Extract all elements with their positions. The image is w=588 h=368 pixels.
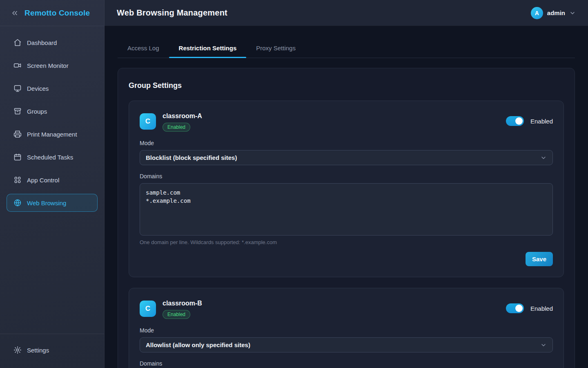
sidebar-item-label: Print Management xyxy=(27,131,77,138)
sidebar-nav: Dashboard Screen Monitor Devices Groups … xyxy=(0,26,104,334)
sidebar-item-print-management[interactable]: Print Management xyxy=(7,125,98,143)
tabbar: Access Log Restriction Settings Proxy Se… xyxy=(118,39,575,58)
page-title: Web Browsing Management xyxy=(117,8,227,18)
content: Access Log Restriction Settings Proxy Se… xyxy=(105,26,588,368)
domains-textarea[interactable]: sample.com *.example.com xyxy=(140,183,553,236)
mode-select[interactable]: Allowlist (allow only specified sites) xyxy=(140,337,553,352)
sidebar-item-label: Devices xyxy=(27,85,49,92)
chevron-down-icon xyxy=(569,10,576,16)
sidebar-item-screen-monitor[interactable]: Screen Monitor xyxy=(7,56,98,74)
sidebar-item-label: Scheduled Tasks xyxy=(27,154,73,161)
avatar: A xyxy=(531,7,543,19)
sidebar-item-app-control[interactable]: App Control xyxy=(7,171,98,189)
sidebar-item-web-browsing[interactable]: Web Browsing xyxy=(7,194,98,212)
sidebar-item-label: Groups xyxy=(27,108,47,115)
gear-icon xyxy=(13,346,22,354)
globe-icon xyxy=(13,199,22,207)
chevron-down-icon xyxy=(540,342,547,348)
user-menu[interactable]: A admin xyxy=(531,7,576,19)
mode-select-value: Blocklist (block specified sites) xyxy=(146,154,237,161)
tab-restriction-settings[interactable]: Restriction Settings xyxy=(169,39,247,58)
home-icon xyxy=(13,38,22,47)
toggle-label: Enabled xyxy=(530,305,553,312)
app-title: Remotto Console xyxy=(24,9,90,18)
sidebar-item-settings[interactable]: Settings xyxy=(7,341,98,359)
sidebar-item-label: Web Browsing xyxy=(27,200,66,206)
sidebar-item-label: Settings xyxy=(27,347,49,354)
toggle-knob xyxy=(515,117,523,125)
chevron-down-icon xyxy=(540,155,547,161)
sidebar-item-dashboard[interactable]: Dashboard xyxy=(7,34,98,52)
tab-access-log[interactable]: Access Log xyxy=(118,39,169,58)
sidebar-item-groups[interactable]: Groups xyxy=(7,102,98,120)
status-badge: Enabled xyxy=(163,310,190,319)
user-name: admin xyxy=(547,9,565,16)
mode-label: Mode xyxy=(140,327,553,334)
domains-hint: One domain per line. Wildcards supported… xyxy=(140,239,553,245)
sidebar: Remotto Console Dashboard Screen Monitor… xyxy=(0,0,105,368)
mode-select[interactable]: Blocklist (block specified sites) xyxy=(140,150,553,165)
archive-box-icon xyxy=(13,107,22,115)
enabled-toggle[interactable] xyxy=(506,116,524,126)
group-settings-panel: Group Settings C classroom-A Enabled Ena… xyxy=(118,68,575,368)
group-card-classroom-a: C classroom-A Enabled Enabled Mode Block… xyxy=(129,101,564,277)
tab-proxy-settings[interactable]: Proxy Settings xyxy=(246,39,305,58)
sidebar-header: Remotto Console xyxy=(0,0,104,26)
group-avatar: C xyxy=(140,113,156,130)
sidebar-item-label: Screen Monitor xyxy=(27,62,69,69)
sidebar-item-scheduled-tasks[interactable]: Scheduled Tasks xyxy=(7,148,98,166)
sidebar-item-label: Dashboard xyxy=(27,39,57,46)
group-name: classroom-B xyxy=(163,300,202,307)
calendar-icon xyxy=(13,153,22,161)
main-area: Web Browsing Management A admin Access L… xyxy=(105,0,588,368)
collapse-sidebar-icon[interactable] xyxy=(11,9,19,17)
domains-label: Domains xyxy=(140,173,553,180)
panel-title: Group Settings xyxy=(129,81,564,90)
grid-icon xyxy=(13,176,22,184)
domains-label: Domains xyxy=(140,360,553,367)
group-card-classroom-b: C classroom-B Enabled Enabled Mode Allow… xyxy=(129,288,564,368)
sidebar-footer: Settings xyxy=(0,334,104,368)
printer-icon xyxy=(13,130,22,138)
group-avatar: C xyxy=(140,301,156,317)
mode-label: Mode xyxy=(140,140,553,146)
video-camera-icon xyxy=(13,61,22,70)
group-name: classroom-A xyxy=(163,112,202,120)
topbar: Web Browsing Management A admin xyxy=(105,0,588,26)
toggle-label: Enabled xyxy=(530,118,553,125)
save-button[interactable]: Save xyxy=(526,252,553,266)
toggle-knob xyxy=(515,305,523,312)
mode-select-value: Allowlist (allow only specified sites) xyxy=(146,341,250,348)
enabled-toggle[interactable] xyxy=(506,303,524,313)
sidebar-item-label: App Control xyxy=(27,177,59,184)
sidebar-item-devices[interactable]: Devices xyxy=(7,79,98,97)
monitor-icon xyxy=(13,84,22,92)
status-badge: Enabled xyxy=(163,123,190,132)
